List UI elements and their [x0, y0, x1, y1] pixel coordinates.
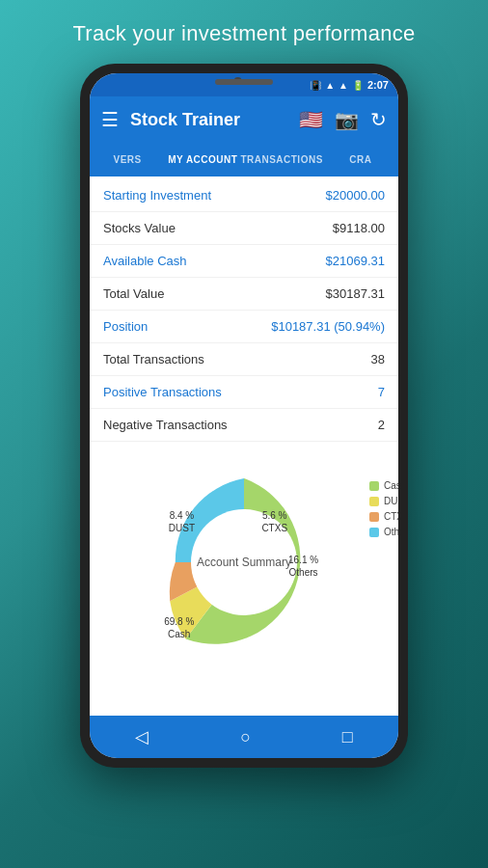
wifi-icon: ▲ [325, 80, 335, 91]
tab-transactions[interactable]: TRANSACTIONS [240, 143, 322, 176]
positive-transactions-value: 7 [378, 385, 385, 399]
total-value-value: $30187.31 [326, 286, 385, 301]
negative-transactions-label: Negative Transactions [103, 418, 228, 432]
tab-my-account[interactable]: MY ACCOUNT [165, 143, 240, 176]
positive-transactions-label: Positive Transactions [103, 385, 222, 399]
stocks-value-value: $9118.00 [333, 221, 385, 235]
ctxs-segment-label: 5.6 %CTXS [261, 509, 287, 534]
position-label: Position [103, 319, 148, 334]
cash-segment-label: 69.8 %Cash [164, 615, 194, 640]
legend-ctxs-label: CTXS [384, 511, 398, 522]
status-bar: 📳 ▲ ▲ 🔋 2:07 [90, 73, 398, 96]
camera-icon[interactable]: 📷 [335, 108, 359, 131]
negative-transactions-value: 2 [378, 418, 385, 432]
phone-screen: 📳 ▲ ▲ 🔋 2:07 ☰ Stock Trainer 🇺🇸 📷 ↻ VERS… [90, 73, 398, 758]
row-starting-investment: Starting Investment $20000.00 [90, 179, 398, 212]
phone-frame: 📳 ▲ ▲ 🔋 2:07 ☰ Stock Trainer 🇺🇸 📷 ↻ VERS… [80, 64, 408, 768]
stocks-value-label: Stocks Value [103, 221, 176, 235]
row-positive-transactions: Positive Transactions 7 [90, 376, 398, 409]
vibrate-icon: 📳 [310, 80, 321, 91]
row-total-value: Total Value $30187.31 [90, 278, 398, 311]
status-time: 2:07 [367, 79, 389, 91]
signal-icon: ▲ [339, 80, 348, 91]
legend-others-label: Others [384, 527, 398, 537]
legend-cash: Cash [369, 480, 398, 491]
tab-cra[interactable]: CRA [323, 143, 398, 176]
row-negative-transactions: Negative Transactions 2 [90, 409, 398, 442]
recent-nav-icon[interactable]: □ [342, 727, 353, 747]
legend-others-dot [369, 528, 379, 537]
legend-others: Others [369, 527, 398, 537]
phone-speaker [215, 79, 273, 85]
dust-segment-label: 8.4 %DUST [169, 509, 195, 534]
starting-investment-value: $20000.00 [326, 188, 385, 203]
total-transactions-value: 38 [371, 352, 385, 366]
tab-bar: VERS MY ACCOUNT TRANSACTIONS CRA [90, 143, 398, 179]
available-cash-value: $21069.31 [326, 254, 385, 268]
row-position: Position $10187.31 (50.94%) [90, 311, 398, 343]
total-value-label: Total Value [103, 286, 164, 301]
flag-icon[interactable]: 🇺🇸 [299, 108, 323, 131]
account-content: Starting Investment $20000.00 Stocks Val… [90, 179, 398, 716]
legend-ctxs: CTXS [369, 511, 398, 522]
app-title: Stock Trainer [130, 110, 287, 130]
headline: Track your investment performance [53, 0, 434, 64]
row-stocks-value: Stocks Value $9118.00 [90, 212, 398, 245]
available-cash-label: Available Cash [103, 254, 186, 268]
starting-investment-label: Starting Investment [103, 188, 211, 203]
tab-vers[interactable]: VERS [90, 143, 165, 176]
legend-dust-dot [369, 497, 379, 506]
menu-icon[interactable]: ☰ [101, 108, 119, 131]
app-bar: ☰ Stock Trainer 🇺🇸 📷 ↻ [90, 96, 398, 143]
row-available-cash: Available Cash $21069.31 [90, 245, 398, 278]
donut-chart: 8.4 %DUST 5.6 %CTXS 16.1 %Others 69.8 %C… [133, 451, 355, 673]
chart-legend: Cash DUST CTXS Others [369, 480, 398, 537]
total-transactions-label: Total Transactions [103, 352, 204, 366]
position-value: $10187.31 (50.94%) [271, 319, 385, 334]
chart-area: 8.4 %DUST 5.6 %CTXS 16.1 %Others 69.8 %C… [90, 442, 398, 689]
row-total-transactions: Total Transactions 38 [90, 343, 398, 376]
home-nav-icon[interactable]: ○ [240, 727, 251, 747]
legend-dust: DUST [369, 496, 398, 506]
others-segment-label: 16.1 %Others [288, 554, 318, 579]
nav-bar: ◁ ○ □ [90, 716, 398, 758]
legend-dust-label: DUST [384, 496, 398, 506]
legend-cash-label: Cash [384, 480, 398, 491]
legend-cash-dot [369, 481, 379, 491]
refresh-icon[interactable]: ↻ [370, 108, 387, 131]
battery-icon: 🔋 [352, 80, 364, 91]
back-nav-icon[interactable]: ◁ [135, 726, 149, 747]
legend-ctxs-dot [369, 512, 379, 522]
